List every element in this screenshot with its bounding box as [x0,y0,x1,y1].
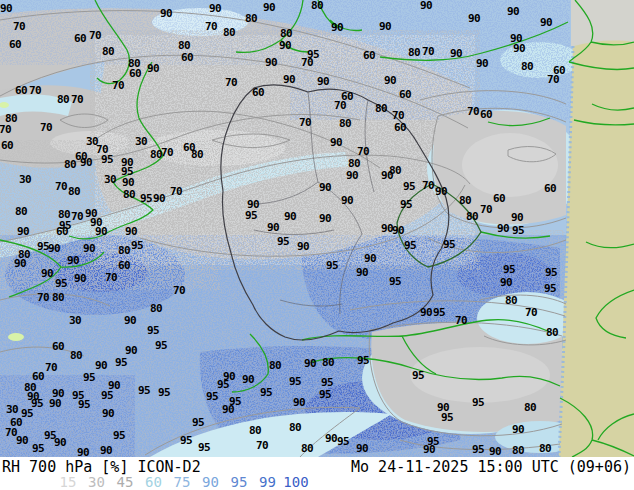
legend-value: 60 [138,475,170,489]
legend-value: 45 [109,475,141,489]
legend-value: 99 [252,475,284,489]
legend-value: 75 [166,475,198,489]
valid-time: Mo 24-11-2025 15:00 UTC (09+06) [351,458,631,476]
legend-value: 100 [280,475,312,489]
legend-value: 95 [223,475,255,489]
legend-value: 30 [81,475,113,489]
caption-bar: RH 700 hPa [%] ICON-D2 Mo 24-11-2025 15:… [0,457,634,490]
weather-map-screenshot: 9090909080809090909090707080809090806060… [0,0,634,490]
legend-value: 15 [52,475,84,489]
legend-value: 90 [195,475,227,489]
color-scale-legend: 1530456075909599100 [0,475,634,490]
map-canvas: 9090909080809090909090707080809090806060… [0,0,634,457]
rh-map-svg [0,0,634,457]
